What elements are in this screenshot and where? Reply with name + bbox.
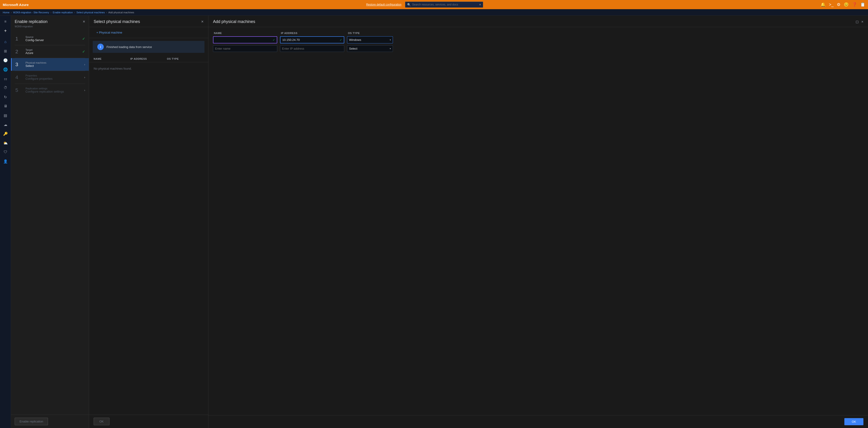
help-icon[interactable]: ❓ (852, 2, 857, 7)
sidebar-icon-create[interactable]: + (1, 27, 10, 35)
breadcrumb-site-recovery[interactable]: W2K8-migration - Site Recovery (13, 11, 49, 14)
panel-header: Enable replication × (11, 16, 89, 25)
sidebar-icon-collapse[interactable]: ≡ (1, 18, 10, 26)
feedback-icon[interactable]: 📋 (860, 2, 865, 7)
ip-check-icon-1: ✓ (340, 38, 342, 41)
top-bar-center: Restore default configuration 🔍 × (31, 2, 818, 7)
add-ok-button[interactable]: OK (844, 418, 863, 425)
sidebar-icon-dashboard[interactable]: ⊞ (1, 47, 10, 55)
enable-panel-close[interactable]: × (83, 19, 85, 24)
sep1: › (11, 11, 12, 14)
col-ip: IP ADDRESS (130, 57, 167, 60)
add-table-row-1: ✓ ✓ Windows ▾ (213, 36, 863, 44)
sidebar-icon-user[interactable]: 👤 (1, 157, 10, 165)
step-3-info: Physical machines Select (26, 61, 81, 67)
os-value-1: Windows (349, 38, 361, 41)
add-col-os: OS TYPE (348, 32, 394, 34)
sidebar-icon-cloud2[interactable]: ⛅ (1, 139, 10, 147)
enable-replication-button[interactable]: Enable replication (15, 418, 48, 425)
restore-link[interactable]: Restore default configuration (366, 3, 401, 6)
step-3-value: Select (26, 64, 81, 67)
step-4-label: Properties (26, 74, 81, 77)
step-1-label: Source (26, 36, 79, 38)
panel-subtitle: W2K8-migration (11, 25, 89, 31)
add-panel-body: NAME IP ADDRESS OS TYPE ✓ ✓ Windows ▾ (208, 27, 868, 415)
smiley-icon[interactable]: 😊 (844, 2, 849, 7)
add-col-name: NAME (214, 32, 278, 34)
main-layout: ≡ + ⌂ ⊞ 🕑 🌐 ⚏ ⏱ ↻ 🖥 ▤ ☁ 🔑 ⛅ 🛡 👤 Enable r… (0, 16, 868, 428)
sidebar-icon-apps[interactable]: ⚏ (1, 75, 10, 83)
clear-icon[interactable]: × (479, 3, 481, 6)
os-select-1[interactable]: Windows ▾ (347, 36, 393, 44)
top-bar: Microsoft Azure Restore default configur… (0, 0, 868, 9)
step-4-info: Properties Configure properties (26, 74, 81, 80)
sidebar-icon-storage[interactable]: ▤ (1, 111, 10, 119)
sidebar-icon-globe[interactable]: 🌐 (1, 65, 10, 74)
sidebar-icon-shield[interactable]: 🛡 (1, 148, 10, 156)
step-4: 4 Properties Configure properties › (11, 71, 89, 84)
step-3[interactable]: 3 Physical machines Select › (11, 58, 89, 71)
sidebar-icon-cloud[interactable]: ☁ (1, 120, 10, 129)
name-field-2[interactable] (213, 45, 277, 52)
step-3-chevron-icon: › (84, 63, 85, 66)
ip-field-1[interactable] (282, 38, 340, 41)
enable-panel-footer: Enable replication (11, 415, 89, 428)
add-panel-title: Add physical machines (213, 19, 255, 24)
sidebar-icon-home[interactable]: ⌂ (1, 38, 10, 46)
settings-icon[interactable]: ⚙ (837, 2, 840, 7)
add-panel-footer: OK (208, 415, 868, 428)
ip-input-1[interactable]: ✓ (280, 36, 344, 44)
panel-title: Enable replication (15, 19, 48, 24)
sidebar-icon-clock[interactable]: ⏱ (1, 84, 10, 92)
sidebar-icon-refresh[interactable]: ↻ (1, 93, 10, 101)
add-machine-toolbar: + Physical machine (89, 27, 208, 38)
step-2-number: 2 (16, 49, 22, 55)
sidebar-icon-recent[interactable]: 🕑 (1, 56, 10, 64)
breadcrumb-add-machines: Add physical machines (108, 11, 134, 14)
step-4-chevron-icon: › (84, 76, 85, 79)
sep4: › (106, 11, 107, 14)
step-2-label: Target (26, 49, 79, 51)
col-name: NAME (94, 57, 130, 60)
breadcrumb-home[interactable]: Home (3, 11, 9, 14)
select-panel-body: i Finished loading data from service NAM… (89, 38, 208, 415)
breadcrumb: Home › W2K8-migration - Site Recovery › … (0, 9, 868, 16)
info-bar: i Finished loading data from service (93, 41, 205, 53)
step-3-label: Physical machines (26, 61, 81, 64)
os-placeholder-2: Select (349, 47, 358, 50)
step-2-info: Target Azure (26, 49, 79, 55)
select-panel-title: Select physical machines (94, 19, 140, 24)
sidebar-icon-monitor[interactable]: 🖥 (1, 102, 10, 110)
step-1-info: Source Config-Server (26, 36, 79, 42)
ip-field-2[interactable] (280, 45, 344, 52)
search-input[interactable] (412, 3, 478, 6)
step-1[interactable]: 1 Source Config-Server ✓ (11, 32, 89, 45)
add-physical-machine-button[interactable]: + Physical machine (94, 29, 125, 36)
select-panel-header: Select physical machines × (89, 16, 208, 27)
step-5-number: 5 (16, 87, 22, 93)
select-ok-button[interactable]: OK (94, 418, 110, 425)
add-table-row-2: Select ▾ (213, 45, 863, 52)
panel-steps: 1 Source Config-Server ✓ 2 Target Azure … (11, 31, 89, 415)
minimize-icon[interactable]: ◻ (856, 20, 859, 24)
top-bar-actions: 🔔 >_ ⚙ 😊 ❓ 📋 (820, 2, 865, 7)
sidebar-icon-key[interactable]: 🔑 (1, 130, 10, 138)
brand-logo: Microsoft Azure (3, 3, 29, 7)
breadcrumb-enable-replication[interactable]: Enable replication (53, 11, 73, 14)
step-5: 5 Replication settings Configure replica… (11, 84, 89, 96)
step-4-number: 4 (16, 75, 22, 80)
name-input-1[interactable]: ✓ (213, 36, 277, 44)
os-select-2[interactable]: Select ▾ (347, 45, 393, 52)
name-check-icon-1: ✓ (273, 38, 275, 41)
breadcrumb-select-machines[interactable]: Select physical machines (76, 11, 105, 14)
notifications-icon[interactable]: 🔔 (820, 2, 826, 7)
name-field-1[interactable] (215, 38, 273, 41)
no-machines-message: No physical machines found. (89, 62, 208, 75)
step-2[interactable]: 2 Target Azure ✓ (11, 45, 89, 58)
os-chevron-2: ▾ (390, 47, 391, 50)
add-table-header: NAME IP ADDRESS OS TYPE (213, 32, 863, 34)
sep3: › (74, 11, 75, 14)
add-panel-close-icon[interactable]: × (861, 20, 863, 24)
terminal-icon[interactable]: >_ (829, 2, 834, 7)
select-panel-close[interactable]: × (201, 19, 204, 24)
